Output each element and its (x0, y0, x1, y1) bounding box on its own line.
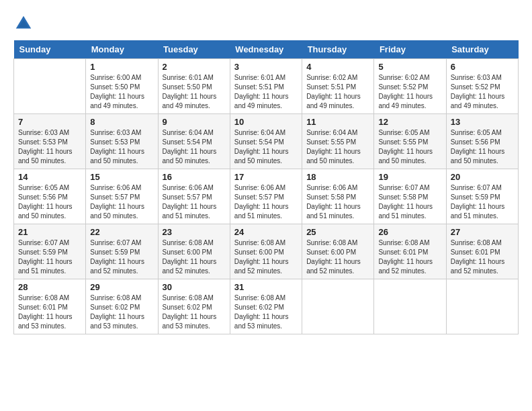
day-number: 28 (18, 282, 81, 292)
header-row: SundayMondayTuesdayWednesdayThursdayFrid… (14, 40, 519, 59)
day-number: 11 (306, 117, 369, 127)
day-info: Sunrise: 6:02 AMSunset: 5:51 PMDaylight:… (306, 73, 369, 111)
day-info: Sunrise: 6:08 AMSunset: 6:01 PMDaylight:… (451, 238, 514, 276)
day-info: Sunrise: 6:01 AMSunset: 5:51 PMDaylight:… (234, 73, 298, 111)
day-number: 19 (378, 172, 441, 182)
day-info: Sunrise: 6:07 AMSunset: 5:59 PMDaylight:… (18, 238, 81, 276)
header-friday: Friday (374, 40, 446, 59)
header-sunday: Sunday (14, 40, 86, 59)
day-info: Sunrise: 6:08 AMSunset: 6:02 PMDaylight:… (90, 293, 153, 331)
calendar-cell (446, 279, 518, 334)
calendar-cell: 13Sunrise: 6:05 AMSunset: 5:56 PMDayligh… (446, 114, 518, 169)
calendar-cell: 22Sunrise: 6:07 AMSunset: 5:59 PMDayligh… (86, 224, 158, 279)
header-wednesday: Wednesday (230, 40, 302, 59)
calendar-cell: 21Sunrise: 6:07 AMSunset: 5:59 PMDayligh… (14, 224, 86, 279)
calendar-cell: 5Sunrise: 6:02 AMSunset: 5:52 PMDaylight… (374, 59, 446, 114)
calendar-cell: 9Sunrise: 6:04 AMSunset: 5:54 PMDaylight… (158, 114, 230, 169)
day-number: 10 (234, 117, 298, 127)
logo-icon (13, 13, 34, 34)
day-info: Sunrise: 6:04 AMSunset: 5:55 PMDaylight:… (306, 128, 369, 166)
calendar-cell (302, 279, 374, 334)
day-info: Sunrise: 6:03 AMSunset: 5:53 PMDaylight:… (18, 128, 81, 166)
calendar-cell: 16Sunrise: 6:06 AMSunset: 5:57 PMDayligh… (158, 169, 230, 224)
day-number: 23 (163, 227, 226, 237)
day-number: 13 (451, 117, 514, 127)
day-number: 25 (306, 227, 369, 237)
header-tuesday: Tuesday (158, 40, 230, 59)
calendar-cell: 1Sunrise: 6:00 AMSunset: 5:50 PMDaylight… (86, 59, 158, 114)
calendar-cell: 30Sunrise: 6:08 AMSunset: 6:02 PMDayligh… (158, 279, 230, 334)
calendar-cell (14, 59, 86, 114)
day-number: 7 (18, 117, 81, 127)
calendar-cell: 14Sunrise: 6:05 AMSunset: 5:56 PMDayligh… (14, 169, 86, 224)
calendar-cell: 23Sunrise: 6:08 AMSunset: 6:00 PMDayligh… (158, 224, 230, 279)
day-number: 6 (451, 62, 514, 72)
day-info: Sunrise: 6:07 AMSunset: 5:59 PMDaylight:… (451, 183, 514, 221)
day-info: Sunrise: 6:04 AMSunset: 5:54 PMDaylight:… (163, 128, 226, 166)
day-number: 4 (306, 62, 369, 72)
day-info: Sunrise: 6:02 AMSunset: 5:52 PMDaylight:… (378, 73, 441, 111)
day-number: 22 (90, 227, 153, 237)
calendar-cell: 25Sunrise: 6:08 AMSunset: 6:00 PMDayligh… (302, 224, 374, 279)
header-saturday: Saturday (446, 40, 518, 59)
day-number: 14 (18, 172, 81, 182)
day-number: 1 (90, 62, 153, 72)
day-info: Sunrise: 6:00 AMSunset: 5:50 PMDaylight:… (90, 73, 153, 111)
day-number: 20 (451, 172, 514, 182)
week-row-2: 7Sunrise: 6:03 AMSunset: 5:53 PMDaylight… (14, 114, 519, 169)
day-info: Sunrise: 6:03 AMSunset: 5:52 PMDaylight:… (451, 73, 514, 111)
day-number: 17 (234, 172, 298, 182)
calendar-cell: 11Sunrise: 6:04 AMSunset: 5:55 PMDayligh… (302, 114, 374, 169)
day-number: 12 (378, 117, 441, 127)
logo (13, 13, 36, 34)
calendar-cell: 17Sunrise: 6:06 AMSunset: 5:57 PMDayligh… (230, 169, 302, 224)
day-info: Sunrise: 6:08 AMSunset: 6:01 PMDaylight:… (18, 293, 81, 331)
day-number: 2 (163, 62, 226, 72)
calendar-cell: 20Sunrise: 6:07 AMSunset: 5:59 PMDayligh… (446, 169, 518, 224)
day-info: Sunrise: 6:07 AMSunset: 5:58 PMDaylight:… (378, 183, 441, 221)
day-info: Sunrise: 6:08 AMSunset: 6:01 PMDaylight:… (378, 238, 441, 276)
day-number: 30 (163, 282, 226, 292)
day-number: 27 (451, 227, 514, 237)
week-row-5: 28Sunrise: 6:08 AMSunset: 6:01 PMDayligh… (14, 279, 519, 334)
header-monday: Monday (86, 40, 158, 59)
calendar-cell: 28Sunrise: 6:08 AMSunset: 6:01 PMDayligh… (14, 279, 86, 334)
calendar-cell: 3Sunrise: 6:01 AMSunset: 5:51 PMDaylight… (230, 59, 302, 114)
day-info: Sunrise: 6:06 AMSunset: 5:57 PMDaylight:… (163, 183, 226, 221)
day-info: Sunrise: 6:05 AMSunset: 5:56 PMDaylight:… (451, 128, 514, 166)
day-info: Sunrise: 6:05 AMSunset: 5:56 PMDaylight:… (18, 183, 81, 221)
day-info: Sunrise: 6:04 AMSunset: 5:54 PMDaylight:… (234, 128, 298, 166)
day-info: Sunrise: 6:08 AMSunset: 6:00 PMDaylight:… (163, 238, 226, 276)
day-number: 24 (234, 227, 298, 237)
day-info: Sunrise: 6:06 AMSunset: 5:57 PMDaylight:… (234, 183, 298, 221)
calendar-cell: 2Sunrise: 6:01 AMSunset: 5:50 PMDaylight… (158, 59, 230, 114)
calendar-cell: 26Sunrise: 6:08 AMSunset: 6:01 PMDayligh… (374, 224, 446, 279)
day-number: 29 (90, 282, 153, 292)
week-row-3: 14Sunrise: 6:05 AMSunset: 5:56 PMDayligh… (14, 169, 519, 224)
header-thursday: Thursday (302, 40, 374, 59)
calendar-cell: 18Sunrise: 6:06 AMSunset: 5:58 PMDayligh… (302, 169, 374, 224)
calendar-cell: 8Sunrise: 6:03 AMSunset: 5:53 PMDaylight… (86, 114, 158, 169)
week-row-4: 21Sunrise: 6:07 AMSunset: 5:59 PMDayligh… (14, 224, 519, 279)
week-row-1: 1Sunrise: 6:00 AMSunset: 5:50 PMDaylight… (14, 59, 519, 114)
calendar-cell: 27Sunrise: 6:08 AMSunset: 6:01 PMDayligh… (446, 224, 518, 279)
day-number: 21 (18, 227, 81, 237)
calendar-cell: 6Sunrise: 6:03 AMSunset: 5:52 PMDaylight… (446, 59, 518, 114)
calendar-cell: 29Sunrise: 6:08 AMSunset: 6:02 PMDayligh… (86, 279, 158, 334)
day-info: Sunrise: 6:08 AMSunset: 6:02 PMDaylight:… (234, 293, 298, 331)
calendar-cell: 19Sunrise: 6:07 AMSunset: 5:58 PMDayligh… (374, 169, 446, 224)
day-info: Sunrise: 6:07 AMSunset: 5:59 PMDaylight:… (90, 238, 153, 276)
day-number: 8 (90, 117, 153, 127)
calendar-cell: 15Sunrise: 6:06 AMSunset: 5:57 PMDayligh… (86, 169, 158, 224)
day-number: 26 (378, 227, 441, 237)
day-info: Sunrise: 6:06 AMSunset: 5:58 PMDaylight:… (306, 183, 369, 221)
day-info: Sunrise: 6:08 AMSunset: 6:00 PMDaylight:… (234, 238, 298, 276)
day-number: 15 (90, 172, 153, 182)
calendar-cell: 7Sunrise: 6:03 AMSunset: 5:53 PMDaylight… (14, 114, 86, 169)
calendar-cell (374, 279, 446, 334)
day-number: 5 (378, 62, 441, 72)
page-header (13, 13, 519, 34)
day-info: Sunrise: 6:08 AMSunset: 6:00 PMDaylight:… (306, 238, 369, 276)
day-info: Sunrise: 6:03 AMSunset: 5:53 PMDaylight:… (90, 128, 153, 166)
day-info: Sunrise: 6:08 AMSunset: 6:02 PMDaylight:… (163, 293, 226, 331)
